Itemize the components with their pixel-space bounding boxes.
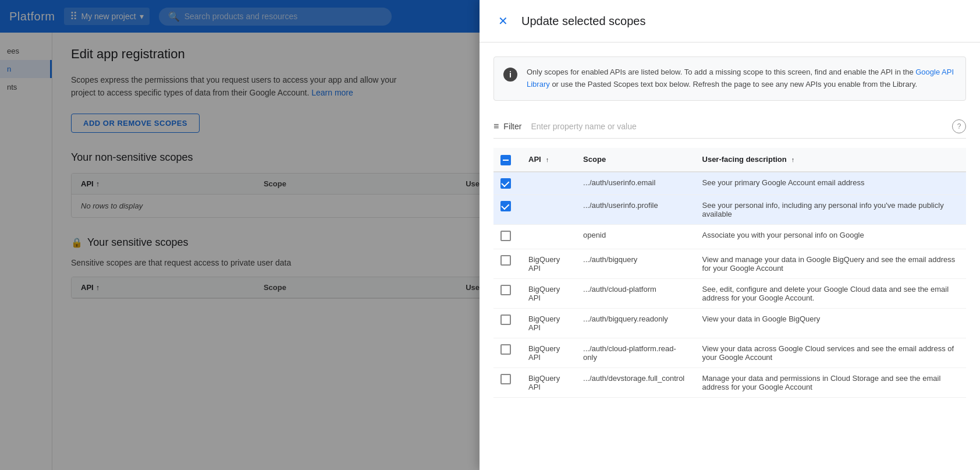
row-scope-0: .../auth/userinfo.email (576, 172, 695, 195)
row-checkbox-0[interactable] (500, 178, 511, 189)
row-checkbox-5[interactable] (500, 314, 511, 325)
row-scope-4: .../auth/cloud-platform (576, 278, 695, 308)
filter-input[interactable] (531, 122, 947, 131)
col-checkbox-header[interactable] (493, 148, 521, 172)
row-checkbox-cell-5[interactable] (493, 308, 521, 338)
scopes-table-row: BigQuery API.../auth/cloud-platformSee, … (493, 278, 966, 308)
row-scope-2: openid (576, 224, 695, 249)
row-scope-5: .../auth/bigquery.readonly (576, 308, 695, 338)
info-text: Only scopes for enabled APIs are listed … (527, 66, 956, 91)
filter-row: ≡ Filter ? (493, 115, 966, 139)
row-scope-3: .../auth/bigquery (576, 249, 695, 278)
scopes-table-row: openidAssociate you with your personal i… (493, 224, 966, 249)
row-api-1 (521, 195, 576, 224)
row-checkbox-2[interactable] (500, 231, 511, 241)
filter-label: Filter (503, 122, 521, 131)
scopes-dialog: ✕ Update selected scopes i Only scopes f… (480, 0, 980, 470)
row-desc-1: See your personal info, including any pe… (695, 195, 966, 224)
row-checkbox-cell-7[interactable] (493, 367, 521, 397)
api-col-sort-icon: ↑ (546, 156, 549, 163)
dialog-body: i Only scopes for enabled APIs are liste… (480, 43, 980, 470)
row-api-3: BigQuery API (521, 249, 576, 278)
row-checkbox-cell-2[interactable] (493, 224, 521, 249)
scopes-table-header-row: API ↑ Scope User-facing description ↑ (493, 148, 966, 172)
row-api-4: BigQuery API (521, 278, 576, 308)
row-desc-3: View and manage your data in Google BigQ… (695, 249, 966, 278)
col-desc-sort-header[interactable]: User-facing description ↑ (695, 148, 966, 172)
row-scope-1: .../auth/userinfo.profile (576, 195, 695, 224)
filter-icon: ≡ (493, 121, 499, 132)
dialog-header: ✕ Update selected scopes (480, 0, 980, 43)
row-api-7: BigQuery API (521, 367, 576, 397)
scopes-table-row: BigQuery API.../auth/devstorage.full_con… (493, 367, 966, 397)
desc-col-sort-button[interactable]: User-facing description ↑ (702, 155, 795, 164)
row-checkbox-cell-6[interactable] (493, 338, 521, 367)
row-scope-6: .../auth/cloud-platform.read-only (576, 338, 695, 367)
scopes-table-row: BigQuery API.../auth/bigqueryView and ma… (493, 249, 966, 278)
dialog-title: Update selected scopes (521, 15, 645, 28)
row-desc-6: View your data across Google Cloud servi… (695, 338, 966, 367)
select-all-checkbox[interactable] (500, 155, 511, 165)
filter-help-button[interactable]: ? (952, 119, 966, 133)
col-api-sort-header[interactable]: API ↑ (521, 148, 576, 172)
col-scope-sort-header: Scope (576, 148, 695, 172)
scopes-table-row: BigQuery API.../auth/cloud-platform.read… (493, 338, 966, 367)
row-checkbox-6[interactable] (500, 344, 511, 355)
row-checkbox-cell-4[interactable] (493, 278, 521, 308)
scopes-table-row: BigQuery API.../auth/bigquery.readonlyVi… (493, 308, 966, 338)
row-desc-2: Associate you with your personal info on… (695, 224, 966, 249)
info-icon: i (503, 68, 517, 82)
row-desc-5: View your data in Google BigQuery (695, 308, 966, 338)
row-checkbox-4[interactable] (500, 285, 511, 295)
row-desc-0: See your primary Google Account email ad… (695, 172, 966, 195)
row-checkbox-3[interactable] (500, 255, 511, 266)
row-checkbox-cell-0[interactable] (493, 172, 521, 195)
row-api-5: BigQuery API (521, 308, 576, 338)
scopes-table-row: .../auth/userinfo.emailSee your primary … (493, 172, 966, 195)
scopes-table: API ↑ Scope User-facing description ↑ (493, 148, 966, 398)
row-scope-7: .../auth/devstorage.full_control (576, 367, 695, 397)
row-api-2 (521, 224, 576, 249)
row-checkbox-7[interactable] (500, 374, 511, 384)
scopes-table-row: .../auth/userinfo.profileSee your person… (493, 195, 966, 224)
api-col-sort-button[interactable]: API ↑ (528, 155, 549, 164)
desc-col-sort-icon: ↑ (791, 156, 795, 163)
row-desc-7: Manage your data and permissions in Clou… (695, 367, 966, 397)
row-api-0 (521, 172, 576, 195)
row-checkbox-cell-1[interactable] (493, 195, 521, 224)
row-api-6: BigQuery API (521, 338, 576, 367)
dialog-close-button[interactable]: ✕ (493, 12, 512, 30)
row-checkbox-cell-3[interactable] (493, 249, 521, 278)
row-checkbox-1[interactable] (500, 201, 511, 211)
info-box: i Only scopes for enabled APIs are liste… (493, 56, 966, 101)
row-desc-4: See, edit, configure and delete your Goo… (695, 278, 966, 308)
